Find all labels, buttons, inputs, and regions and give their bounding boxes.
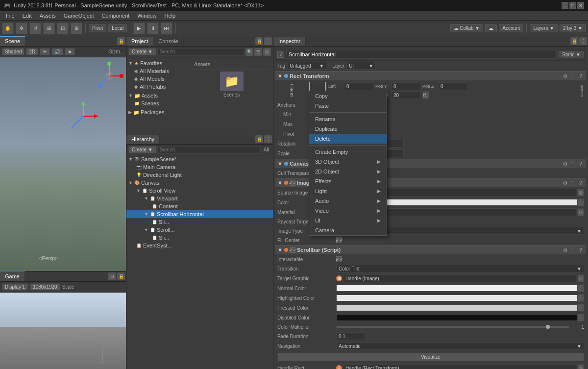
menu-assets[interactable]: Assets bbox=[36, 12, 60, 20]
disabled-color-picker-icon[interactable]: ⋮ bbox=[577, 314, 584, 321]
fade-duration-field[interactable] bbox=[336, 332, 366, 340]
hierarchy-scene-root[interactable]: ▼ 🎬 SampleScene* bbox=[126, 155, 273, 163]
scrollbar-script-enable-checkbox[interactable]: ✓ bbox=[290, 247, 295, 253]
scenes-asset-folder[interactable]: 📁 Scenes bbox=[194, 72, 269, 98]
layers-dropdown[interactable]: Layers ▼ bbox=[530, 24, 558, 32]
hierarchy-item-canvas[interactable]: ▼ 🎨 Canvas bbox=[126, 179, 273, 187]
ctx-copy[interactable]: Copy bbox=[309, 91, 387, 101]
hierarchy-item-scrollbar-v[interactable]: ▼ 📋 Scroll... bbox=[126, 226, 273, 234]
source-image-picker-icon[interactable]: ◎ bbox=[577, 189, 584, 197]
rect-transform-menu-icon[interactable]: ⋮ bbox=[569, 73, 576, 79]
visualize-button[interactable]: Visualize bbox=[277, 353, 584, 361]
filter-icon[interactable]: ☰ bbox=[254, 48, 262, 56]
canvas-renderer-info-icon[interactable]: ? bbox=[577, 160, 584, 167]
ctx-camera[interactable]: Camera bbox=[309, 225, 387, 235]
ctx-light[interactable]: Light ▶ bbox=[309, 186, 387, 196]
audio-toggle[interactable]: 🔊 bbox=[51, 48, 63, 55]
inspector-more-icon[interactable]: ⋮ bbox=[579, 37, 587, 45]
ctx-paste[interactable]: Paste bbox=[309, 101, 387, 111]
display-dropdown[interactable]: Display 1 bbox=[2, 283, 28, 291]
static-toggle[interactable]: Static ▼ bbox=[559, 51, 584, 58]
assets-tree-header[interactable]: ▼ 📁 Assets bbox=[126, 92, 190, 99]
rect-transform-info-icon[interactable]: ? bbox=[577, 73, 584, 79]
hierarchy-more-icon[interactable]: ⋮ bbox=[264, 135, 272, 143]
pos-z-field[interactable] bbox=[438, 82, 467, 90]
canvas-renderer-settings-icon[interactable]: ⚙ bbox=[562, 160, 568, 167]
material-picker-icon[interactable]: ◎ bbox=[577, 208, 584, 216]
color-picker-icon[interactable]: ⋮ bbox=[577, 198, 584, 206]
cloud-button[interactable]: ☁ bbox=[485, 24, 497, 32]
tab-project[interactable]: Project bbox=[126, 37, 153, 46]
hierarchy-item-directional-light[interactable]: 💡 Directional Light bbox=[126, 171, 273, 179]
fill-center-checkbox[interactable]: ✓ bbox=[336, 237, 342, 243]
image-script-settings-icon[interactable]: ⚙ bbox=[562, 179, 568, 186]
pause-button[interactable]: ⏸ bbox=[147, 23, 159, 34]
ctx-create-empty[interactable]: Create Empty bbox=[309, 147, 387, 157]
ctx-duplicate[interactable]: Duplicate bbox=[309, 124, 387, 134]
rect-r-button[interactable]: R bbox=[422, 91, 429, 99]
lighting-toggle[interactable]: ☀ bbox=[40, 48, 50, 55]
menu-gameobject[interactable]: GameObject bbox=[60, 12, 98, 20]
project-search-input[interactable] bbox=[157, 48, 245, 56]
move-tool-button[interactable]: ✥ bbox=[16, 23, 27, 34]
interactable-checkbox[interactable]: ✓ bbox=[336, 256, 342, 262]
ctx-ui[interactable]: UI ▶ bbox=[309, 216, 387, 225]
project-more-icon[interactable]: ⋮ bbox=[264, 37, 272, 45]
hierarchy-item-sliding-area-2[interactable]: 📋 Sli... bbox=[126, 234, 273, 242]
scrollbar-script-info-icon[interactable]: ? bbox=[577, 246, 584, 253]
hierarchy-item-main-camera[interactable]: 📷 Main Camera bbox=[126, 163, 273, 171]
hierarchy-create-button[interactable]: Create ▼ bbox=[128, 146, 156, 153]
packages-header[interactable]: ▶ 📁 Packages bbox=[126, 108, 190, 116]
game-maximize-icon[interactable]: ⊡ bbox=[108, 272, 116, 280]
tab-hierarchy[interactable]: Hierarchy bbox=[126, 135, 160, 144]
tab-inspector[interactable]: Inspector bbox=[273, 37, 306, 46]
hand-tool-button[interactable]: ✋ bbox=[2, 23, 14, 34]
all-materials-item[interactable]: ◉ All Materials bbox=[126, 67, 190, 75]
ctx-rename[interactable]: Rename bbox=[309, 114, 387, 124]
step-button[interactable]: ⏭ bbox=[161, 23, 172, 34]
disabled-color-swatch[interactable] bbox=[336, 314, 577, 321]
project-lock-icon[interactable]: 🔒 bbox=[255, 37, 263, 45]
handle-rect-field[interactable] bbox=[343, 364, 576, 369]
highlighted-color-picker-icon[interactable]: ⋮ bbox=[577, 294, 584, 302]
canvas-renderer-menu-icon[interactable]: ⋮ bbox=[569, 160, 576, 167]
ctx-audio[interactable]: Audio ▶ bbox=[309, 196, 387, 206]
rect-tool-button[interactable]: ⊡ bbox=[57, 23, 69, 34]
pivot-toggle[interactable]: Pivot bbox=[89, 24, 106, 32]
local-toggle[interactable]: Local bbox=[108, 24, 127, 32]
toggle-icon[interactable]: ⊞ bbox=[263, 48, 271, 56]
all-prefabs-item[interactable]: ◉ All Prefabs bbox=[126, 83, 190, 91]
target-graphic-picker-icon[interactable]: ◎ bbox=[577, 274, 584, 282]
pressed-color-swatch[interactable] bbox=[336, 304, 577, 311]
normal-color-picker-icon[interactable]: ⋮ bbox=[577, 284, 584, 292]
account-dropdown[interactable]: Account bbox=[499, 24, 523, 32]
rect-transform-settings-icon[interactable]: ⚙ bbox=[562, 73, 568, 79]
ctx-effects[interactable]: Effects ▶ bbox=[309, 176, 387, 186]
menu-help[interactable]: Help bbox=[160, 12, 179, 20]
height-field[interactable] bbox=[391, 91, 420, 99]
menu-file[interactable]: File bbox=[2, 12, 19, 20]
color-mult-slider[interactable] bbox=[336, 326, 569, 328]
scale-tool-button[interactable]: ⊞ bbox=[43, 23, 55, 34]
ctx-3d-object[interactable]: 3D Object ▶ bbox=[309, 157, 387, 167]
game-canvas[interactable] bbox=[0, 293, 126, 369]
rotate-tool-button[interactable]: ↺ bbox=[29, 23, 41, 34]
hierarchy-item-content[interactable]: 📋 Content bbox=[126, 202, 273, 210]
hierarchy-item-scrollbar-h[interactable]: ▼ 📋 Scrollbar Horizontal bbox=[126, 210, 273, 218]
favorites-header[interactable]: ▼ ★ Favorites bbox=[126, 59, 190, 67]
target-graphic-field[interactable] bbox=[343, 274, 576, 282]
ctx-2d-object[interactable]: 2D Object ▶ bbox=[309, 167, 387, 176]
layout-dropdown[interactable]: 2 by 3 ▼ bbox=[560, 24, 586, 32]
image-script-info-icon[interactable]: ? bbox=[577, 179, 584, 186]
resolution-dropdown[interactable]: 1080x1920 bbox=[30, 283, 60, 291]
scenes-tree-item[interactable]: 📁 Scenes bbox=[126, 99, 190, 107]
transform-tool-button[interactable]: ⊞ bbox=[71, 23, 82, 34]
menu-window[interactable]: Window bbox=[133, 12, 160, 20]
scene-lock-icon[interactable]: 🔒 bbox=[117, 37, 125, 45]
layer-dropdown[interactable]: UI ▼ bbox=[346, 62, 376, 70]
transition-dropdown[interactable]: Color Tint ▼ bbox=[336, 265, 584, 272]
minimize-button[interactable]: – bbox=[562, 2, 568, 9]
pos-y-field[interactable] bbox=[391, 82, 420, 90]
2d-toggle[interactable]: 2D bbox=[26, 48, 38, 55]
hierarchy-item-sliding-area[interactable]: 📋 Sli... bbox=[126, 218, 273, 226]
